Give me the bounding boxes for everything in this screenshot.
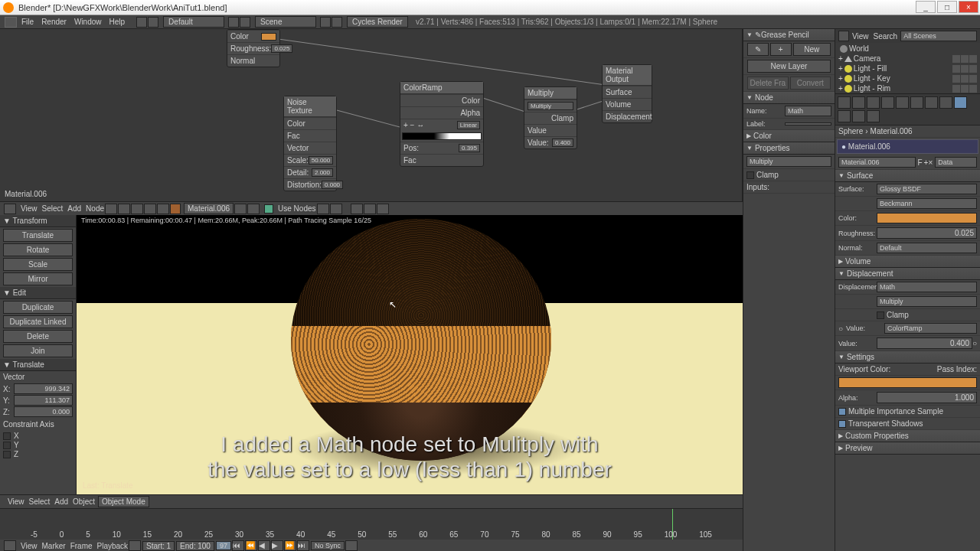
node-glossy[interactable]: Color Roughness:0.025 Normal bbox=[227, 29, 280, 67]
tab-modifiers[interactable] bbox=[925, 96, 938, 109]
pin-button[interactable] bbox=[157, 204, 169, 214]
node-panel-header[interactable]: ▼Node bbox=[743, 92, 835, 104]
scene-dropdown[interactable]: Scene bbox=[255, 16, 316, 28]
delete-button[interactable]: Delete bbox=[3, 330, 73, 343]
edit-panel-header[interactable]: ▼ Edit bbox=[0, 287, 76, 299]
menu-add[interactable]: Add bbox=[67, 204, 81, 213]
material-icon[interactable] bbox=[170, 204, 181, 214]
material-name-field[interactable]: Material.006 bbox=[838, 157, 916, 168]
del-material-button[interactable] bbox=[247, 204, 260, 214]
select-toggle[interactable] bbox=[961, 75, 969, 83]
displacement-panel-header[interactable]: ▼Displacement bbox=[835, 268, 980, 280]
tab-object[interactable] bbox=[896, 96, 909, 109]
roughness-slider[interactable]: 0.025 bbox=[877, 227, 977, 239]
translate-button[interactable]: Translate bbox=[3, 229, 73, 242]
displacement-link[interactable]: Math bbox=[877, 282, 977, 292]
transparent-shadows-checkbox[interactable] bbox=[838, 420, 846, 428]
select-toggle[interactable] bbox=[961, 65, 969, 73]
custom-props-header[interactable]: ▶Custom Properties bbox=[835, 430, 980, 442]
node-colorramp[interactable]: ColorRamp Color Alpha + − ↔Linear Pos:0.… bbox=[400, 81, 484, 167]
snap-button[interactable] bbox=[330, 204, 342, 214]
node-label-field[interactable] bbox=[785, 122, 831, 126]
constraint-z-checkbox[interactable] bbox=[3, 451, 11, 458]
scale-button[interactable]: Scale bbox=[3, 258, 73, 271]
node-math-multiply[interactable]: Multiply Multiply Clamp Value Value:0.40… bbox=[524, 86, 577, 149]
mis-checkbox[interactable] bbox=[838, 408, 846, 416]
select-toggle[interactable] bbox=[961, 85, 969, 93]
screen-layout-dropdown[interactable]: Default bbox=[163, 16, 224, 28]
render-toggle[interactable] bbox=[969, 65, 977, 73]
use-nodes-checkbox[interactable] bbox=[264, 204, 273, 214]
jump-next-key-button[interactable]: ⏩ bbox=[284, 540, 296, 551]
play-reverse-button[interactable]: ◀ bbox=[258, 540, 270, 551]
z-field[interactable]: 0.000 bbox=[14, 406, 73, 417]
end-frame-field[interactable]: End: 100 bbox=[176, 541, 214, 551]
viewport-color-picker[interactable] bbox=[838, 377, 977, 388]
distortion-field[interactable]: 0.000 bbox=[322, 181, 343, 189]
breadcrumb-sphere[interactable]: Sphere bbox=[838, 127, 863, 135]
preview-panel-header[interactable]: ▶Preview bbox=[835, 442, 980, 455]
menu-view[interactable]: View bbox=[21, 204, 38, 213]
color-panel-header[interactable]: ▶ Color bbox=[743, 130, 835, 142]
scene-add-button[interactable] bbox=[320, 17, 331, 28]
render-toggle[interactable] bbox=[969, 85, 977, 93]
paste-button[interactable] bbox=[364, 204, 376, 214]
value-field[interactable]: 0.400 bbox=[552, 139, 573, 147]
outliner-item-light-fill[interactable]: + Light - Fill bbox=[835, 64, 980, 73]
transform-panel-header[interactable]: ▼ Transform bbox=[0, 215, 76, 227]
visibility-toggle[interactable] bbox=[952, 75, 960, 83]
outliner-type-icon[interactable] bbox=[838, 31, 849, 41]
constraint-x-checkbox[interactable] bbox=[3, 432, 11, 440]
jump-first-button[interactable]: ⏮ bbox=[232, 540, 244, 551]
menu-add[interactable]: Add bbox=[54, 497, 68, 506]
duplicate-button[interactable]: Duplicate bbox=[3, 301, 73, 314]
layout-add-button[interactable] bbox=[228, 17, 239, 28]
color-picker[interactable] bbox=[877, 213, 977, 223]
tab-particles[interactable] bbox=[852, 110, 865, 122]
shader-type-button[interactable] bbox=[105, 204, 117, 214]
disp-op-dropdown[interactable]: Multiply bbox=[877, 296, 977, 307]
outliner-view-label[interactable]: View bbox=[852, 32, 869, 41]
menu-render[interactable]: Render bbox=[41, 18, 67, 26]
menu-select[interactable]: Select bbox=[29, 497, 51, 506]
operation-dropdown[interactable]: Multiply bbox=[528, 102, 573, 110]
editor-type-icon[interactable] bbox=[4, 204, 16, 214]
gp-add-button[interactable]: + bbox=[770, 43, 792, 56]
3d-viewport[interactable]: Time:00:00.83 | Remaining:00:00.47 | Mem… bbox=[77, 215, 743, 494]
engine-dropdown[interactable]: Cycles Render bbox=[347, 16, 408, 28]
layout-prev-button[interactable] bbox=[136, 17, 147, 28]
menu-help[interactable]: Help bbox=[109, 18, 126, 26]
outliner-item-world[interactable]: World bbox=[835, 44, 980, 54]
start-frame-field[interactable]: Start: 1 bbox=[142, 541, 175, 551]
tab-scene[interactable] bbox=[867, 96, 880, 109]
volume-panel-header[interactable]: ▶Volume bbox=[835, 256, 980, 268]
tab-world[interactable] bbox=[881, 96, 894, 109]
surface-dropdown[interactable]: Glossy BSDF bbox=[877, 184, 977, 194]
rotate-button[interactable]: Rotate bbox=[3, 243, 73, 256]
translate-panel-header[interactable]: ▼ Translate bbox=[0, 359, 76, 371]
auto-render-button[interactable] bbox=[377, 204, 389, 214]
layout-del-button[interactable] bbox=[240, 17, 250, 28]
clamp-checkbox[interactable] bbox=[746, 171, 754, 179]
interp-dropdown[interactable]: Linear bbox=[457, 121, 480, 129]
menu-view[interactable]: View bbox=[21, 542, 38, 550]
data-dropdown[interactable]: Data bbox=[935, 157, 977, 168]
normal-dropdown[interactable]: Default bbox=[877, 243, 977, 253]
menu-object[interactable]: Object bbox=[73, 497, 95, 506]
jump-last-button[interactable]: ⏭ bbox=[297, 540, 309, 551]
sync-dropdown[interactable]: No Sync bbox=[311, 541, 345, 550]
menu-select[interactable]: Select bbox=[42, 204, 64, 213]
alpha-slider[interactable]: 1.000 bbox=[877, 392, 977, 403]
scale-field[interactable]: 50.000 bbox=[309, 156, 333, 165]
op-dropdown[interactable]: Multiply bbox=[746, 156, 831, 167]
color-swatch[interactable] bbox=[261, 33, 276, 41]
outliner-item-light-key[interactable]: + Light - Key bbox=[835, 73, 980, 83]
scene-del-button[interactable] bbox=[332, 17, 342, 28]
node-name-field[interactable]: Math bbox=[785, 106, 831, 116]
backdrop-button[interactable] bbox=[317, 204, 329, 214]
render-toggle[interactable] bbox=[969, 55, 977, 63]
visibility-toggle[interactable] bbox=[952, 85, 960, 93]
roughness-field[interactable]: 0.025 bbox=[271, 44, 292, 53]
tab-constraints[interactable] bbox=[910, 96, 923, 109]
value-link[interactable]: ColorRamp bbox=[884, 323, 977, 334]
